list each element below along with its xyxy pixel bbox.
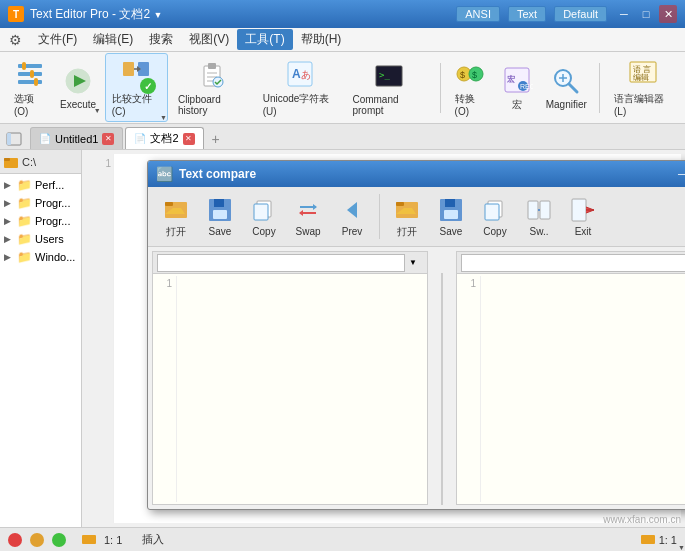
status-right-icon — [641, 532, 655, 548]
macro-button[interactable]: 宏 REC 宏 — [496, 60, 537, 116]
lang-editor-button[interactable]: 语 言 编辑 语言编辑器(L) — [608, 54, 677, 121]
status-green-button[interactable] — [52, 533, 66, 547]
dialog-save-left-button[interactable]: Save — [200, 193, 240, 240]
compare-left-file-input[interactable] — [157, 254, 405, 272]
magnifier-button[interactable]: Magnifier — [541, 61, 591, 114]
menu-item-file[interactable]: 文件(F) — [30, 29, 85, 50]
unicode-button[interactable]: A あ Unicode字符表(U) — [257, 54, 343, 121]
tree-folder-windows: 📁 — [17, 250, 32, 264]
dialog-title-text: Text compare — [179, 167, 674, 181]
compare-right-editor[interactable]: 1 — [457, 274, 685, 504]
tab-untitled1[interactable]: 📄 Untitled1 ✕ — [30, 127, 123, 149]
dialog-exit-icon — [569, 196, 597, 224]
gear-menu-button[interactable]: ⚙ — [4, 29, 26, 51]
svg-rect-42 — [4, 158, 10, 161]
dialog-save-left-label: Save — [209, 226, 232, 237]
lang-editor-icon: 语 言 编辑 — [627, 58, 659, 90]
compare-right-line-numbers: 1 — [461, 276, 481, 502]
compare-left-dropdown[interactable]: ▼ — [409, 258, 423, 267]
execute-button[interactable]: Execute ▼ — [56, 61, 101, 114]
sidebar-toggle[interactable] — [4, 129, 24, 149]
dialog-exit-label: Exit — [575, 226, 592, 237]
tree-item-perf[interactable]: ▶ 📁 Perf... — [0, 176, 81, 194]
dialog-open-left-button[interactable]: 打开 — [156, 192, 196, 242]
dialog-prev-icon — [338, 196, 366, 224]
dialog-minimize-button[interactable]: ─ — [674, 166, 685, 182]
app-title: Text Editor Pro - 文档2 ▼ — [30, 6, 456, 23]
menu-item-search[interactable]: 搜索 — [141, 29, 181, 50]
svg-rect-59 — [444, 210, 458, 219]
status-red-button[interactable] — [8, 533, 22, 547]
dialog-content: ▼ 1 — [148, 247, 685, 509]
svg-text:REC: REC — [520, 83, 533, 90]
close-button[interactable]: ✕ — [659, 5, 677, 23]
dialog-copy-right-label: Copy — [483, 226, 506, 237]
dialog-open-right-button[interactable]: 打开 — [387, 192, 427, 242]
tree-expand-windows: ▶ — [4, 252, 14, 262]
tab-untitled1-close[interactable]: ✕ — [102, 133, 114, 145]
dialog-copy-right-button[interactable]: Copy — [475, 193, 515, 240]
minimize-button[interactable]: ─ — [615, 5, 633, 23]
command-label: Command prompt — [352, 94, 425, 116]
compare-button[interactable]: ✓ 比较文件(C) ▼ — [105, 53, 168, 122]
tab-doc2[interactable]: 📄 文档2 ✕ — [125, 127, 203, 149]
window-controls: ─ □ ✕ — [615, 5, 677, 23]
svg-rect-5 — [34, 78, 38, 86]
execute-dropdown-arrow: ▼ — [94, 107, 101, 114]
svg-rect-66 — [82, 535, 96, 544]
title-dropdown[interactable]: ▼ — [153, 10, 162, 20]
compare-label: 比较文件(C) — [112, 92, 161, 117]
tree-item-prog1[interactable]: ▶ 📁 Progr... — [0, 194, 81, 212]
dialog-save-right-button[interactable]: Save — [431, 193, 471, 240]
app-icon: T — [8, 6, 24, 22]
status-right: 1: 1 — [641, 532, 677, 548]
svg-marker-51 — [313, 204, 317, 210]
maximize-button[interactable]: □ — [637, 5, 655, 23]
magnifier-label: Magnifier — [546, 99, 587, 110]
tab-untitled1-icon: 📄 — [39, 133, 51, 144]
clipboard-button[interactable]: Clipboard history — [172, 56, 253, 120]
file-sidebar: C:\ ▶ 📁 Perf... ▶ 📁 Progr... ▶ 📁 Progr..… — [0, 150, 82, 527]
status-yellow-button[interactable] — [30, 533, 44, 547]
encoding-button[interactable]: ANSI — [456, 6, 500, 22]
tree-expand-prog2: ▶ — [4, 216, 14, 226]
tab-doc2-close[interactable]: ✕ — [183, 133, 195, 145]
theme-button[interactable]: Default — [554, 6, 607, 22]
tabs-bar: 📄 Untitled1 ✕ 📄 文档2 ✕ + — [0, 124, 685, 150]
dialog-copy-left-button[interactable]: Copy — [244, 193, 284, 240]
tree-item-prog2[interactable]: ▶ 📁 Progr... — [0, 212, 81, 230]
dialog-swap-button[interactable]: Swap — [288, 193, 328, 240]
toolbar-separator-2 — [599, 63, 600, 113]
options-button[interactable]: 选项(O) — [8, 54, 52, 121]
convert-button[interactable]: $ $ 转换(O) ▼ — [449, 54, 493, 121]
svg-rect-8 — [123, 62, 134, 76]
divider-line — [441, 273, 443, 505]
svg-rect-48 — [213, 210, 227, 219]
svg-rect-3 — [22, 62, 26, 70]
new-tab-button[interactable]: + — [206, 129, 226, 149]
tree-item-windows[interactable]: ▶ 📁 Windo... — [0, 248, 81, 266]
compare-left-line-numbers: 1 — [157, 276, 177, 502]
dialog-exit-button[interactable]: Exit — [563, 193, 603, 240]
compare-left-editor[interactable]: 1 — [153, 274, 427, 504]
dialog-save-right-icon — [437, 196, 465, 224]
tree-expand-perf: ▶ — [4, 180, 14, 190]
menu-item-edit[interactable]: 编辑(E) — [85, 29, 141, 50]
dialog-scroll-sync-icon — [525, 196, 553, 224]
compare-left-content[interactable] — [181, 276, 423, 502]
status-mode: 插入 — [142, 532, 164, 547]
mode-button[interactable]: Text — [508, 6, 546, 22]
menu-item-tools[interactable]: 工具(T) — [237, 29, 292, 50]
dialog-scroll-sync-button[interactable]: Sw.. — [519, 193, 559, 240]
menu-item-help[interactable]: 帮助(H) — [293, 29, 350, 50]
dialog-prev-button[interactable]: Prev — [332, 193, 372, 240]
command-button[interactable]: >_ Command prompt — [346, 56, 431, 120]
tree-item-users[interactable]: ▶ 📁 Users — [0, 230, 81, 248]
lang-editor-label: 语言编辑器(L) — [614, 92, 671, 117]
macro-icon: 宏 REC — [501, 64, 533, 96]
compare-right-file-input[interactable] — [461, 254, 685, 272]
svg-rect-47 — [214, 199, 224, 207]
menu-item-view[interactable]: 视图(V) — [181, 29, 237, 50]
compare-right-content[interactable] — [485, 276, 685, 502]
svg-marker-52 — [299, 210, 303, 216]
